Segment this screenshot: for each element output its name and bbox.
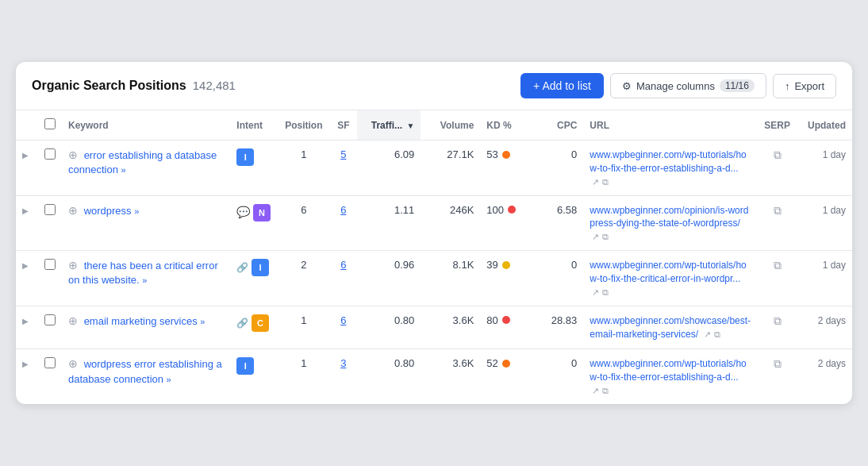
intent-badge: I [236,148,254,166]
data-table: Keyword Intent Position SF Traffi... ▼ V… [16,110,852,404]
external-link-icon[interactable]: ↗ [592,177,599,187]
url-cell: www.wpbeginner.com/wp-tutorials/how-to-f… [583,251,758,306]
position-cell: 1 [278,141,329,196]
url-link[interactable]: www.wpbeginner.com/showcase/best-email-m… [590,315,751,340]
row-expand[interactable]: ▶ [16,306,38,349]
col-expand [16,110,38,141]
url-link[interactable]: www.wpbeginner.com/wp-tutorials/how-to-f… [590,260,746,284]
volume-cell: 3.6K [421,349,480,404]
sf-value[interactable]: 6 [340,314,346,326]
add-keyword-icon[interactable]: ⊕ [68,204,78,217]
serp-icon[interactable]: ⧉ [774,357,782,370]
row-checkbox[interactable] [44,204,56,215]
row-expand[interactable]: ▶ [16,349,38,404]
url-actions: ↗ ⧉ [592,386,609,396]
select-all-checkbox[interactable] [44,118,56,129]
traffic-cell: 1.11 [357,195,421,251]
keyword-arrow: » [167,375,171,384]
kd-cell: 39 [480,251,540,306]
position-cell: 1 [278,349,329,404]
cpc-cell: 0 [540,349,583,404]
external-link-icon[interactable]: ↗ [704,329,711,340]
row-checkbox[interactable] [44,357,56,368]
url-cell: www.wpbeginner.com/opinion/is-wordpress-… [583,195,758,251]
add-keyword-icon[interactable]: ⊕ [68,259,78,272]
keyword-link[interactable]: error establishing a database connection [68,149,217,175]
add-keyword-icon[interactable]: ⊕ [68,357,78,370]
sf-value[interactable]: 6 [340,204,346,216]
add-keyword-icon[interactable]: ⊕ [68,148,78,161]
row-checkbox-cell [38,349,62,404]
kd-value: 100 [486,204,504,216]
add-to-list-button[interactable]: + Add to list [520,73,604,98]
intent-badge: N [253,204,271,221]
export-label: Export [794,80,824,92]
sf-value[interactable]: 6 [340,259,346,271]
sf-cell: 6 [329,195,357,251]
volume-cell: 27.1K [421,141,480,196]
col-checkbox [38,110,62,141]
manage-columns-button[interactable]: ⚙ Manage columns 11/16 [610,73,766,98]
keyword-link[interactable]: wordpress error establishing a database … [68,358,222,384]
keyword-arrow: » [134,206,139,216]
external-link-icon[interactable]: ↗ [592,287,599,298]
kd-dot [502,316,510,324]
serp-icon[interactable]: ⧉ [774,148,782,161]
url-link[interactable]: www.wpbeginner.com/opinion/is-wordpress-… [590,205,748,229]
col-traffic[interactable]: Traffi... ▼ [357,110,421,141]
cpc-value: 0 [571,148,577,160]
kd-cell: 53 [480,141,540,196]
copy-url-icon[interactable]: ⧉ [602,232,609,242]
updated-value: 1 day [823,260,846,271]
keyword-cell: ⊕ error establishing a database connecti… [62,141,230,196]
cpc-value: 0 [571,357,577,369]
serp-icon[interactable]: ⧉ [774,314,782,327]
row-expand[interactable]: ▶ [16,195,38,251]
main-card: Organic Search Positions 142,481 + Add t… [16,62,852,404]
header-actions: + Add to list ⚙ Manage columns 11/16 ↑ E… [520,73,836,98]
copy-url-icon[interactable]: ⧉ [602,177,609,187]
row-expand[interactable]: ▶ [16,251,38,306]
row-expand[interactable]: ▶ [16,141,38,196]
serp-icon[interactable]: ⧉ [774,204,782,217]
row-checkbox[interactable] [44,148,56,160]
copy-url-icon[interactable]: ⧉ [602,287,609,298]
copy-url-icon[interactable]: ⧉ [602,386,609,396]
kd-value: 80 [486,314,497,326]
intent-cell: 💬 N [230,195,278,251]
add-keyword-icon[interactable]: ⊕ [68,314,78,327]
volume-value: 8.1K [453,259,474,271]
sf-value[interactable]: 3 [340,357,346,369]
url-cell: www.wpbeginner.com/wp-tutorials/how-to-f… [583,349,758,404]
position-value: 2 [301,259,306,271]
intent-badge: I [252,259,269,276]
keyword-link[interactable]: email marketing services [84,315,198,327]
serp-cell: ⧉ [758,251,797,306]
keyword-cell: ⊕ email marketing services » [62,306,230,349]
copy-url-icon[interactable]: ⧉ [714,329,720,340]
updated-value: 1 day [823,149,846,160]
external-link-icon[interactable]: ↗ [592,232,599,242]
traffic-cell: 0.80 [357,306,421,349]
external-link-icon[interactable]: ↗ [592,386,599,396]
row-checkbox[interactable] [44,259,56,270]
updated-cell: 1 day [797,251,852,306]
traffic-cell: 0.80 [357,349,421,404]
kd-dot [502,261,510,269]
kd-value: 52 [486,357,497,369]
serp-cell: ⧉ [758,195,797,251]
serp-icon[interactable]: ⧉ [774,259,782,272]
position-value: 1 [301,148,306,160]
traffic-value: 0.80 [394,314,414,326]
keyword-link[interactable]: wordpress [84,205,132,217]
url-link[interactable]: www.wpbeginner.com/wp-tutorials/how-to-f… [590,358,746,383]
updated-value: 2 days [818,358,846,369]
table-row: ▶ ⊕ email marketing services » 🔗 C 1 6 0… [16,306,852,349]
sf-value[interactable]: 5 [340,148,346,160]
url-link[interactable]: www.wpbeginner.com/wp-tutorials/how-to-f… [590,149,746,174]
row-checkbox[interactable] [44,314,56,325]
sf-cell: 6 [329,306,357,349]
updated-cell: 1 day [797,141,852,196]
export-icon: ↑ [785,80,790,92]
export-button[interactable]: ↑ Export [773,74,836,98]
